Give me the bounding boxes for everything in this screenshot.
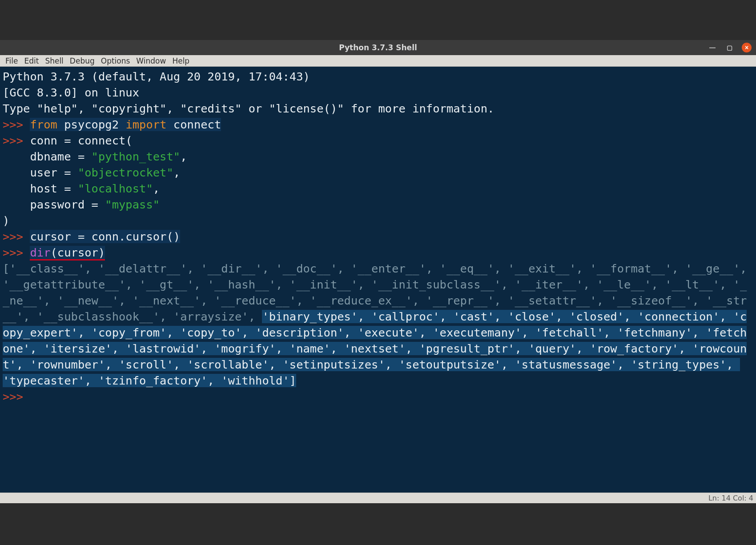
keyword-from: from <box>30 118 57 131</box>
code-arg: dbname = <box>3 150 92 163</box>
import-target: connect <box>167 118 221 131</box>
string-literal: "objectrocket" <box>78 166 173 179</box>
cursor-position-label: Ln: 14 Col: 4 <box>708 494 753 502</box>
maximize-icon[interactable]: ▢ <box>725 43 734 52</box>
string-literal: "mypass" <box>105 198 160 211</box>
menu-file[interactable]: File <box>3 56 20 65</box>
code-arg: password = <box>3 198 105 211</box>
window-title: Python 3.7.3 Shell <box>339 43 417 52</box>
close-icon[interactable]: × <box>742 43 752 52</box>
shell-prompt: >>> <box>3 230 30 243</box>
close-paren: ) <box>3 214 9 227</box>
string-literal: "python_test" <box>92 150 181 163</box>
menu-options[interactable]: Options <box>98 56 133 65</box>
menubar: File Edit Shell Debug Options Window Hel… <box>0 55 756 67</box>
menu-edit[interactable]: Edit <box>21 56 41 65</box>
banner-line: Python 3.7.3 (default, Aug 20 2019, 17:0… <box>3 70 317 83</box>
window-controls: — ▢ × <box>708 40 752 55</box>
shell-prompt: >>> <box>3 246 30 259</box>
menu-help[interactable]: Help <box>169 56 192 65</box>
menu-window[interactable]: Window <box>133 56 169 65</box>
string-literal: "localhost" <box>78 182 153 195</box>
idle-shell-window: Python 3.7.3 Shell — ▢ × File Edit Shell… <box>0 40 756 503</box>
shell-prompt: >>> <box>3 390 30 403</box>
shell-content[interactable]: Python 3.7.3 (default, Aug 20 2019, 17:0… <box>0 67 756 406</box>
menu-debug[interactable]: Debug <box>67 56 97 65</box>
menu-shell[interactable]: Shell <box>42 56 66 65</box>
module-name: psycopg2 <box>57 118 126 131</box>
keyword-import: import <box>125 118 166 131</box>
banner-line: [GCC 8.3.0] on linux <box>3 86 139 99</box>
banner-line: Type "help", "copyright", "credits" or "… <box>3 102 494 115</box>
shell-prompt: >>> <box>3 134 30 147</box>
code-line: conn = connect( <box>30 134 132 147</box>
dir-arg: (cursor) <box>50 246 105 260</box>
code-arg: user = <box>3 166 78 179</box>
minimize-icon[interactable]: — <box>708 43 717 52</box>
status-bar: Ln: 14 Col: 4 <box>0 493 756 503</box>
shell-editor-area[interactable]: Python 3.7.3 (default, Aug 20 2019, 17:0… <box>0 67 756 493</box>
shell-prompt: >>> <box>3 118 30 131</box>
window-titlebar: Python 3.7.3 Shell — ▢ × <box>0 40 756 55</box>
code-line: cursor = conn.cursor() <box>30 230 180 243</box>
builtin-dir: dir <box>30 246 50 260</box>
code-arg: host = <box>3 182 78 195</box>
